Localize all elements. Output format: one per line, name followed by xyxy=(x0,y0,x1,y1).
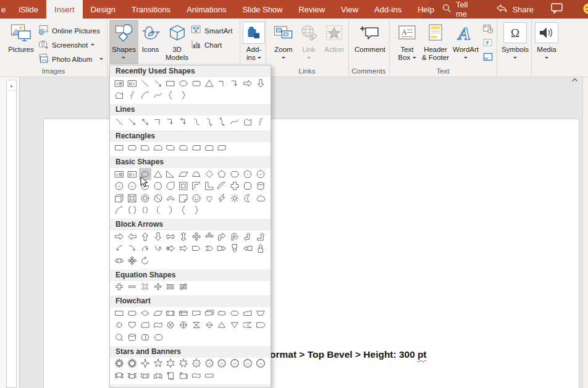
shape-bevel[interactable] xyxy=(126,192,139,205)
shape-freeform[interactable] xyxy=(113,90,126,102)
shape-snip-round-single-corner[interactable] xyxy=(177,142,190,154)
shape-curve[interactable] xyxy=(151,90,164,102)
feedback-smiley-button[interactable] xyxy=(582,2,588,17)
comment-button[interactable]: Comment xyxy=(352,20,388,64)
tab-insert[interactable]: Insert xyxy=(46,0,83,19)
shape-left-right-arrow-callout[interactable] xyxy=(113,255,126,267)
shape-l-shape[interactable] xyxy=(203,180,216,193)
collapse-ribbon-button[interactable] xyxy=(571,74,578,85)
shape-arc[interactable] xyxy=(113,205,126,217)
shape-left-bracket[interactable] xyxy=(151,205,164,217)
shape-off-page-connector[interactable] xyxy=(126,319,139,332)
shape-pentagon-arrow[interactable] xyxy=(190,243,203,255)
shape-elbow-connector[interactable] xyxy=(216,77,229,90)
shape-curve[interactable] xyxy=(229,116,242,128)
thumbnail-scrollbar[interactable]: ▲ xyxy=(6,80,17,388)
shape-rounded-rectangle[interactable] xyxy=(126,142,139,154)
shape-frame[interactable] xyxy=(177,180,190,193)
shape-octagon[interactable]: 8 xyxy=(254,168,267,180)
shape-snip-single-corner[interactable] xyxy=(139,142,152,154)
shape-isosceles-triangle[interactable] xyxy=(203,77,216,90)
shape-rounded-rectangle[interactable] xyxy=(190,77,203,90)
tab-review[interactable]: Review xyxy=(290,0,333,19)
shape-plaque[interactable] xyxy=(242,180,254,193)
shape-terminator[interactable] xyxy=(216,307,229,319)
shape-folded-corner[interactable] xyxy=(177,192,190,205)
shape-u-turn-arrow[interactable] xyxy=(229,230,242,243)
shape-text-box[interactable]: A xyxy=(113,77,126,90)
shape-double-bracket[interactable] xyxy=(126,205,139,217)
shape-or[interactable] xyxy=(177,319,190,332)
shape-heart[interactable] xyxy=(203,192,216,205)
shape-process[interactable] xyxy=(113,307,126,319)
shape-cube[interactable] xyxy=(113,192,126,205)
shape-round-same-side-corner[interactable] xyxy=(203,142,216,154)
shape-elbow-connector[interactable] xyxy=(151,116,164,128)
shape-line[interactable] xyxy=(139,77,152,90)
wordart-button[interactable]: A WordArt xyxy=(450,20,482,64)
icons-button[interactable]: Icons xyxy=(138,20,163,64)
shape-left-right-up-arrow[interactable] xyxy=(203,230,216,243)
shape-smiley-face[interactable] xyxy=(190,192,203,205)
shape-arrow-down[interactable] xyxy=(151,230,164,243)
shape-plus[interactable] xyxy=(113,281,126,293)
shape-trapezoid[interactable] xyxy=(190,168,203,180)
shape-arrow-left-right[interactable] xyxy=(164,230,177,243)
shape-extract[interactable] xyxy=(216,319,229,332)
shape-rectangle[interactable] xyxy=(164,77,177,90)
shape-scribble[interactable] xyxy=(126,90,139,102)
shape-right-brace[interactable] xyxy=(190,205,203,217)
shape-half-frame[interactable] xyxy=(190,180,203,193)
slide-number-button[interactable]: # xyxy=(482,37,495,50)
shape-round-single-corner[interactable] xyxy=(190,142,203,154)
shape-stored-data[interactable] xyxy=(242,319,254,332)
shape-diagonal-stripe[interactable] xyxy=(216,180,229,193)
zoom-button[interactable]: Zoom xyxy=(270,20,297,64)
shape-up-arrow-callout[interactable] xyxy=(254,243,267,255)
shape-star-12-point[interactable]: 12 xyxy=(216,358,229,370)
shape-display[interactable] xyxy=(151,331,164,344)
shape-arc[interactable] xyxy=(139,90,152,102)
tab-islide[interactable]: iSlide xyxy=(10,0,46,19)
shape-elbow-double-arrow-connector[interactable] xyxy=(177,116,190,128)
shape-double-wave[interactable] xyxy=(203,369,216,382)
shape-chord[interactable] xyxy=(151,180,164,193)
shape-vertical-scroll[interactable] xyxy=(164,369,177,382)
shape-arrow-up[interactable] xyxy=(139,230,152,243)
object-button[interactable] xyxy=(482,51,495,64)
shape-star-24-point[interactable]: 24 xyxy=(242,358,254,370)
shape-ribbon-up[interactable] xyxy=(126,369,139,382)
shape-round-diagonal-corner[interactable] xyxy=(216,142,229,154)
shape-explosion-2[interactable] xyxy=(126,358,139,370)
shape-alternate-process[interactable] xyxy=(126,307,139,319)
shape-delay[interactable] xyxy=(254,319,267,332)
shape-division[interactable] xyxy=(151,281,164,293)
shapes-button[interactable]: Shapes xyxy=(109,20,138,64)
shape-right-arrow-callout[interactable] xyxy=(216,243,229,255)
symbols-button[interactable]: Ω Symbols xyxy=(499,20,531,64)
smartart-button[interactable]: SmartArt xyxy=(190,24,233,37)
shape-sort[interactable] xyxy=(203,319,216,332)
shape-snip-same-side-corner[interactable] xyxy=(151,142,164,154)
shape-right-triangle[interactable] xyxy=(164,168,177,180)
shape-curved-right-arrow[interactable] xyxy=(126,243,139,255)
tab-slide-show[interactable]: Slide Show xyxy=(234,0,290,19)
shape-scribble[interactable] xyxy=(254,116,267,128)
shape-curved-arrow-connector[interactable] xyxy=(203,116,216,128)
shape-star-6-point[interactable] xyxy=(164,358,177,370)
screenshot-button[interactable]: Screenshot xyxy=(37,38,96,51)
shape-magnetic-disk[interactable] xyxy=(126,331,139,344)
shape-text-box[interactable]: A xyxy=(113,168,126,180)
shape-elbow-arrow-connector[interactable] xyxy=(229,77,242,90)
shape-down-arrow-callout[interactable] xyxy=(229,243,242,255)
shape-star-32-point[interactable]: 32 xyxy=(254,358,267,370)
tab-design[interactable]: Design xyxy=(83,0,124,19)
shape-arrow-down[interactable] xyxy=(254,77,267,90)
shape-snip-diagonal-corner[interactable] xyxy=(164,142,177,154)
shape-freeform[interactable] xyxy=(242,116,254,128)
shape-block-arc[interactable] xyxy=(164,192,177,205)
shape-teardrop[interactable] xyxy=(164,180,177,193)
tab-transitions[interactable]: Transitions xyxy=(124,0,178,19)
shape-notched-right-arrow[interactable] xyxy=(177,243,190,255)
add-ins-button[interactable]: Add-ins xyxy=(242,20,266,64)
